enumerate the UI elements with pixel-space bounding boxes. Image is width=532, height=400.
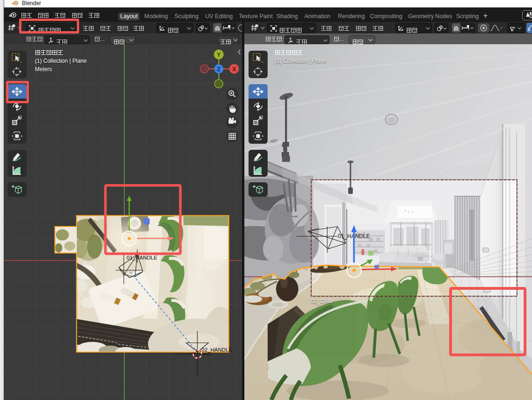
svg-text:Y: Y — [217, 52, 221, 58]
svg-text:X: X — [232, 66, 236, 73]
svg-text:02_HANDLE: 02_HANDLE — [202, 347, 232, 353]
svg-text:01_HANDLE: 01_HANDLE — [127, 255, 157, 260]
svg-text:Z: Z — [217, 66, 220, 73]
